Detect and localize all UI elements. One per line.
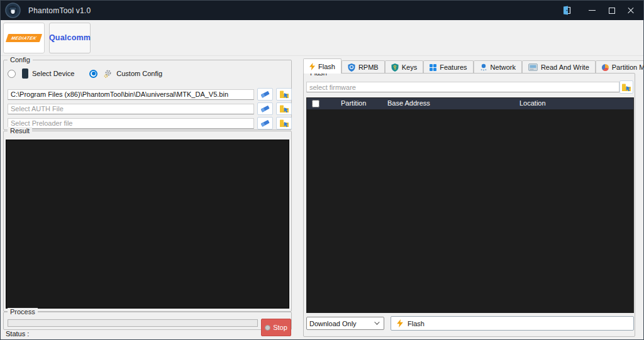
key-shield-icon [391, 63, 399, 72]
config-radio-row: Select Device Custom Config [8, 69, 162, 79]
da-file-row [8, 88, 292, 101]
network-icon [480, 63, 487, 71]
select-device-label: Select Device [32, 70, 74, 77]
smartphone-icon [22, 69, 28, 79]
firmware-browse-button[interactable] [619, 80, 633, 94]
close-button[interactable] [621, 3, 640, 19]
qualcomm-button[interactable]: Qualcomm [49, 23, 91, 53]
maximize-button[interactable] [602, 3, 621, 19]
pie-chart-icon [602, 64, 609, 71]
tab-flash[interactable]: Flash [303, 58, 341, 74]
process-legend: Process [8, 308, 38, 316]
column-location: Location [519, 99, 546, 107]
app-title: PhantomTool v1.0 [28, 6, 91, 15]
minimize-icon [589, 10, 596, 11]
partition-table-body [307, 109, 633, 312]
folder-browse-icon [621, 83, 631, 92]
exit-door-button[interactable] [557, 3, 576, 19]
da-clear-button[interactable] [257, 88, 273, 101]
auth-file-input[interactable] [8, 104, 254, 114]
maximize-icon [609, 8, 615, 14]
custom-config-radio[interactable] [89, 70, 97, 78]
tab-features[interactable]: Features [423, 60, 473, 74]
config-legend: Config [8, 56, 33, 64]
flash-actions-row: Download Only Flash [306, 316, 633, 331]
mediatek-button[interactable]: MEDIATEK [3, 23, 45, 53]
partition-table-header: Partition Base Address Location [307, 98, 633, 109]
auth-browse-button[interactable] [276, 102, 292, 115]
eraser-icon [260, 104, 270, 113]
folder-browse-icon [279, 90, 289, 99]
eraser-icon [260, 90, 270, 99]
select-all-checkbox[interactable] [312, 100, 319, 107]
preloader-file-input[interactable] [8, 118, 254, 129]
result-console [6, 140, 289, 309]
eraser-icon [260, 119, 270, 128]
stop-icon [265, 325, 270, 331]
tab-rpmb[interactable]: RPMB [341, 60, 385, 74]
stop-label: Stop [273, 324, 287, 331]
app-logo-icon [5, 3, 21, 18]
mediatek-logo: MEDIATEK [6, 34, 42, 42]
column-base-address: Base Address [387, 99, 430, 107]
result-groupbox: Result [3, 131, 292, 312]
flash-groupbox: Flash Partition Base Address Location Do… [303, 73, 635, 337]
flash-mode-select[interactable]: Download Only [306, 317, 384, 330]
progress-bar [8, 319, 258, 327]
title-bar: PhantomTool v1.0 [1, 1, 643, 20]
brand-bar: MEDIATEK Qualcomm [1, 20, 643, 56]
preloader-file-row [8, 117, 292, 129]
folder-browse-icon [279, 119, 289, 128]
config-groupbox: Config Select Device Custom Config [3, 60, 292, 130]
auth-clear-button[interactable] [257, 102, 273, 115]
flash-button[interactable]: Flash [391, 316, 634, 331]
auth-file-row [8, 102, 292, 115]
custom-config-label: Custom Config [116, 70, 162, 77]
preloader-clear-button[interactable] [257, 117, 273, 129]
da-file-input[interactable] [8, 89, 254, 100]
firmware-input[interactable] [306, 82, 619, 92]
minimize-button[interactable] [582, 3, 601, 19]
lightning-icon [309, 63, 315, 70]
process-groupbox: Process [3, 312, 292, 330]
stop-button[interactable]: Stop [261, 319, 291, 336]
tab-bar: Flash RPMB Keys Features [303, 58, 644, 74]
grid-icon [430, 64, 436, 71]
tab-keys[interactable]: Keys [385, 60, 423, 74]
tab-read-and-write[interactable]: Read And Write [522, 60, 596, 74]
door-exit-icon [562, 6, 571, 15]
select-device-radio[interactable] [8, 70, 16, 78]
card-icon [528, 63, 538, 71]
app-window: PhantomTool v1.0 MEDIATEK Qualcomm Confi… [0, 0, 644, 340]
qualcomm-logo: Qualcomm [49, 33, 91, 42]
preloader-browse-button[interactable] [276, 117, 292, 129]
flash-button-label: Flash [408, 320, 425, 327]
folder-browse-icon [279, 104, 289, 113]
tab-network[interactable]: Network [474, 60, 522, 74]
column-partition: Partition [341, 99, 366, 107]
close-icon [627, 7, 635, 14]
result-legend: Result [8, 127, 32, 135]
partition-table: Partition Base Address Location [306, 97, 634, 313]
da-browse-button[interactable] [276, 88, 292, 101]
lightning-icon [397, 319, 403, 327]
gears-icon [104, 69, 113, 78]
status-label: Status : [6, 330, 29, 337]
tab-partition-manager[interactable]: Partition Manager [596, 60, 644, 74]
status-row: Status : [6, 330, 29, 337]
shield-icon [348, 63, 355, 72]
